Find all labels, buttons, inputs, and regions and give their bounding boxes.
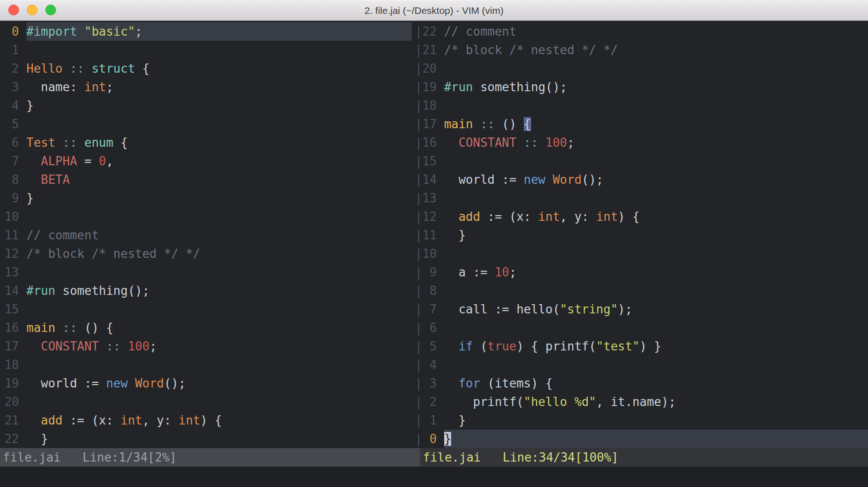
token: main xyxy=(26,321,56,335)
token: ) { xyxy=(200,413,222,427)
split-separator: | xyxy=(415,376,422,390)
line-number: |21 xyxy=(415,41,444,59)
token: ( xyxy=(473,339,487,353)
token: 100 xyxy=(128,339,149,353)
code-line[interactable]: 17 CONSTANT :: 100; xyxy=(0,337,415,356)
code-text: add := (x: int, y: int) { xyxy=(444,207,868,226)
line-number: | 6 xyxy=(415,318,444,337)
code-line[interactable]: 1 xyxy=(0,41,415,59)
token: main xyxy=(444,117,473,131)
code-line[interactable]: 3 name: int; xyxy=(0,78,415,96)
code-line[interactable]: 4} xyxy=(0,96,415,115)
code-line[interactable]: |13 xyxy=(415,189,868,207)
code-line[interactable]: 11// comment xyxy=(0,226,415,244)
line-number: 6 xyxy=(0,133,26,152)
line-number: | 8 xyxy=(415,281,444,300)
token: { xyxy=(524,117,531,131)
token: new xyxy=(524,173,546,187)
token: world := xyxy=(444,173,524,187)
token xyxy=(444,376,459,390)
code-line[interactable]: 14#run something(); xyxy=(0,281,415,300)
line-number: | 1 xyxy=(415,411,444,430)
line-number: 16 xyxy=(0,318,26,337)
code-line[interactable]: |17 main :: () { xyxy=(415,115,868,133)
code-line[interactable]: | 0 } xyxy=(415,430,868,448)
token: CONSTANT xyxy=(459,136,516,150)
code-line[interactable]: 12/* block /* nested */ */ xyxy=(0,244,415,263)
code-line[interactable]: |12 add := (x: int, y: int) { xyxy=(415,207,868,226)
split-separator: | xyxy=(415,265,422,279)
token xyxy=(56,321,63,335)
minimize-button[interactable] xyxy=(27,5,37,15)
token xyxy=(56,136,63,150)
code-text: Hello :: struct { xyxy=(26,59,412,78)
code-text: } xyxy=(26,430,412,448)
token: int xyxy=(121,413,143,427)
pane-right[interactable]: |22 // comment|21 /* block /* nested */ … xyxy=(415,22,868,448)
code-text xyxy=(26,356,412,374)
code-line[interactable]: 13 xyxy=(0,263,415,281)
code-line[interactable]: |15 xyxy=(415,152,868,170)
code-text: printf("hello %d", it.name); xyxy=(444,393,868,411)
code-line[interactable]: 2Hello :: struct { xyxy=(0,59,415,78)
line-number: 3 xyxy=(0,78,26,96)
code-line[interactable]: 21 add := (x: int, y: int) { xyxy=(0,411,415,430)
code-line[interactable]: 8 BETA xyxy=(0,170,415,189)
code-line[interactable]: |10 xyxy=(415,244,868,263)
code-line[interactable]: |20 xyxy=(415,59,868,78)
code-line[interactable]: 7 ALPHA = 0, xyxy=(0,152,415,170)
statusline-right: file.jaiLine:34/34[100%] xyxy=(420,448,868,467)
code-line[interactable]: | 7 call := hello("string"); xyxy=(415,300,868,318)
token: = xyxy=(77,154,99,168)
code-line[interactable]: | 6 xyxy=(415,318,868,337)
token: ; xyxy=(135,25,143,38)
line-number: | 7 xyxy=(415,300,444,318)
pane-left[interactable]: 0#import "basic";12Hello :: struct {3 na… xyxy=(0,22,415,448)
code-line[interactable]: 0#import "basic"; xyxy=(0,22,415,41)
code-line[interactable]: | 9 a := 10; xyxy=(415,263,868,281)
line-number: 21 xyxy=(0,411,26,430)
code-line[interactable]: | 8 xyxy=(415,281,868,300)
code-line[interactable]: | 1 } xyxy=(415,411,868,430)
code-line[interactable]: |18 xyxy=(415,96,868,115)
code-line[interactable]: |14 world := new Word(); xyxy=(415,170,868,189)
traffic-lights xyxy=(8,5,56,15)
code-line[interactable]: | 3 for (items) { xyxy=(415,374,868,393)
code-line[interactable]: 10 xyxy=(0,207,415,226)
status-row: file.jaiLine:1/34[2%] file.jaiLine:34/34… xyxy=(0,448,868,467)
code-line[interactable]: | 4 xyxy=(415,356,868,374)
token: enum xyxy=(84,136,113,150)
code-line[interactable]: | 2 printf("hello %d", it.name); xyxy=(415,393,868,411)
line-number: 15 xyxy=(0,300,26,318)
split-separator: | xyxy=(415,99,422,112)
code-line[interactable]: 19 world := new Word(); xyxy=(0,374,415,393)
code-line[interactable]: 15 xyxy=(0,300,415,318)
code-line[interactable]: |21 /* block /* nested */ */ xyxy=(415,41,868,59)
code-line[interactable]: | 5 if (true) { printf("test") } xyxy=(415,337,868,356)
code-line[interactable]: 9} xyxy=(0,189,415,207)
code-line[interactable]: 22 } xyxy=(0,430,415,448)
token: 0 xyxy=(99,154,106,168)
token: 10 xyxy=(495,265,509,279)
code-line[interactable]: 18 xyxy=(0,356,415,374)
code-line[interactable]: 6Test :: enum { xyxy=(0,133,415,152)
zoom-button[interactable] xyxy=(45,5,56,15)
close-button[interactable] xyxy=(8,5,19,15)
split-separator: | xyxy=(415,136,422,150)
code-line[interactable]: 16main :: () { xyxy=(0,318,415,337)
titlebar[interactable]: 2. file.jai (~/Desktop) - VIM (vim) xyxy=(0,0,868,21)
code-line[interactable]: |16 CONSTANT :: 100; xyxy=(415,133,868,152)
token: printf( xyxy=(444,395,524,409)
code-line[interactable]: 20 xyxy=(0,393,415,411)
line-number: 1 xyxy=(0,41,26,59)
code-line[interactable]: |19 #run something(); xyxy=(415,78,868,96)
code-line[interactable]: 5 xyxy=(0,115,415,133)
split-separator: | xyxy=(415,284,422,298)
code-line[interactable]: |22 // comment xyxy=(415,22,868,41)
token: for xyxy=(459,376,480,390)
line-number: |19 xyxy=(415,78,444,96)
token: ; xyxy=(509,265,517,279)
command-line[interactable] xyxy=(0,467,868,487)
code-line[interactable]: |11 } xyxy=(415,226,868,244)
token: { xyxy=(113,136,128,150)
